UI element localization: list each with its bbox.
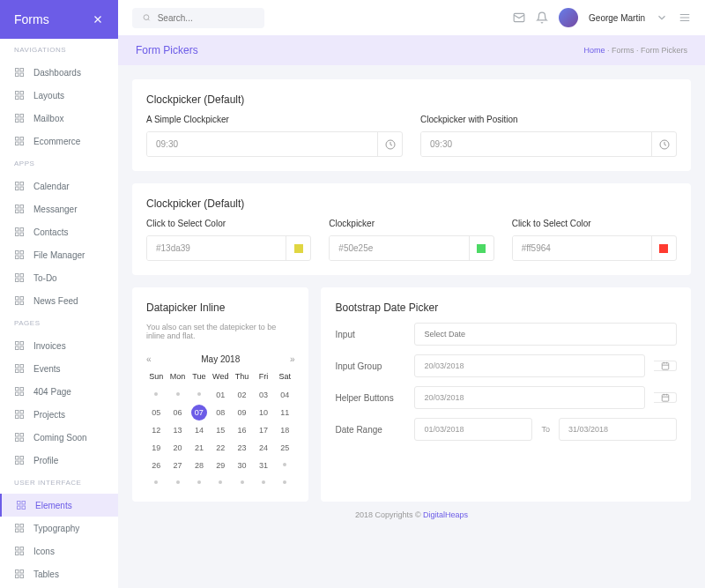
cal-day[interactable]: 25 [275, 440, 294, 456]
cal-day[interactable]: 12 [146, 422, 166, 438]
dp-range-to[interactable] [559, 418, 677, 441]
cal-day[interactable]: 08 [211, 405, 230, 421]
clock-icon[interactable] [651, 132, 676, 156]
cal-day[interactable] [254, 475, 273, 488]
clock-icon[interactable] [377, 132, 402, 156]
dp-input-group[interactable] [414, 354, 645, 377]
breadcrumb-home[interactable]: Home [583, 46, 605, 55]
cal-day[interactable]: 27 [167, 458, 187, 473]
sidebar-item-layouts[interactable]: Layouts [0, 84, 118, 107]
sidebar-item-tables[interactable]: Tables [0, 562, 118, 585]
cal-day[interactable]: 30 [232, 458, 251, 473]
clockpicker-position-input[interactable] [421, 132, 651, 156]
cal-day[interactable]: 24 [254, 440, 273, 456]
cal-day[interactable] [275, 475, 294, 488]
nav-icon [14, 432, 25, 443]
svg-rect-43 [20, 346, 24, 350]
cal-day[interactable]: 20 [167, 440, 187, 456]
cal-day[interactable]: 14 [189, 422, 209, 438]
search-input[interactable] [158, 13, 254, 23]
breadcrumb: Home · Forms · Form Pickers [583, 46, 687, 55]
chevron-down-icon[interactable] [656, 11, 668, 24]
cal-day[interactable] [146, 387, 166, 403]
main: George Martin Form Pickers Home · Forms … [118, 0, 705, 588]
sidebar-item-news-feed[interactable]: News Feed [0, 289, 118, 312]
color-swatch-1[interactable] [286, 236, 310, 260]
color-swatch-2[interactable] [469, 236, 494, 260]
cal-next[interactable]: » [290, 354, 295, 364]
color-input-2[interactable] [330, 236, 468, 260]
cal-day[interactable] [211, 475, 230, 488]
cal-day[interactable]: 09 [232, 405, 251, 421]
sidebar-item-mailbox[interactable]: Mailbox [0, 107, 118, 130]
collapse-icon[interactable] [92, 13, 104, 26]
footer-link[interactable]: DigitalHeaps [423, 510, 468, 519]
sidebar-item-contacts[interactable]: Contacts [0, 220, 118, 243]
cal-day[interactable]: 11 [275, 405, 294, 421]
avatar[interactable] [559, 8, 578, 27]
sidebar-item-dashboards[interactable]: Dashboards [0, 61, 118, 84]
sidebar-item-404-page[interactable]: 404 Page [0, 380, 118, 403]
dp-helper[interactable] [414, 386, 645, 409]
dp-range-from[interactable] [414, 418, 532, 441]
clockpicker-simple-input[interactable] [147, 132, 377, 156]
calendar-icon[interactable] [654, 361, 677, 371]
svg-rect-67 [22, 506, 26, 510]
color-input-1[interactable] [147, 236, 286, 260]
mail-icon[interactable] [513, 11, 525, 24]
cal-day[interactable]: 18 [275, 422, 294, 438]
sidebar-item-icons[interactable]: Icons [0, 540, 118, 562]
cal-day[interactable]: 21 [189, 440, 209, 456]
sidebar-item-messanger[interactable]: Messanger [0, 197, 118, 220]
bell-icon[interactable] [536, 11, 548, 24]
cal-day[interactable]: 23 [232, 440, 251, 456]
cal-day[interactable] [146, 475, 166, 488]
sidebar-item-typography[interactable]: Typography [0, 517, 118, 540]
sidebar-item-to-do[interactable]: To-Do [0, 266, 118, 289]
cal-day[interactable] [167, 475, 187, 488]
cal-day[interactable]: 04 [275, 387, 294, 403]
cal-day[interactable]: 02 [232, 387, 251, 403]
cal-day[interactable]: 01 [211, 387, 230, 403]
cal-day[interactable]: 03 [254, 387, 273, 403]
color-input-3[interactable] [513, 236, 651, 260]
cal-day[interactable]: 16 [232, 422, 251, 438]
sidebar-item-projects[interactable]: Projects [0, 403, 118, 426]
cal-day[interactable]: 06 [167, 405, 187, 421]
svg-rect-52 [16, 411, 19, 414]
menu-icon[interactable] [679, 11, 691, 24]
sidebar-item-profile[interactable]: Profile [0, 449, 118, 472]
cal-day[interactable] [275, 458, 294, 473]
calendar-icon[interactable] [654, 392, 677, 403]
cal-day[interactable] [167, 387, 187, 403]
cal-day[interactable]: 13 [167, 422, 187, 438]
color-swatch-3[interactable] [651, 236, 676, 260]
cal-day[interactable]: 31 [254, 458, 273, 473]
cal-day[interactable] [189, 387, 209, 403]
cal-month[interactable]: May 2018 [201, 354, 240, 364]
cal-day[interactable]: 19 [146, 440, 166, 456]
dp-input[interactable] [414, 323, 677, 346]
sidebar-item-ecommerce[interactable]: Ecommerce [0, 130, 118, 153]
cal-day[interactable]: 26 [146, 458, 166, 473]
cal-day[interactable] [189, 475, 209, 488]
cal-day[interactable]: 17 [254, 422, 273, 438]
cal-day[interactable]: 15 [211, 422, 230, 438]
cal-day[interactable]: 29 [211, 458, 230, 473]
sidebar-item-invoices[interactable]: Invoices [0, 334, 118, 357]
cal-dow: Sun [146, 368, 166, 385]
cal-day[interactable]: 22 [211, 440, 230, 456]
sidebar-item-coming-soon[interactable]: Coming Soon [0, 426, 118, 449]
sidebar-item-calendar[interactable]: Calendar [0, 175, 118, 197]
cal-day[interactable] [232, 475, 251, 488]
cal-prev[interactable]: « [146, 354, 152, 364]
cal-day[interactable]: 10 [254, 405, 273, 421]
sidebar-item-events[interactable]: Events [0, 357, 118, 380]
cal-day[interactable]: 07 [191, 405, 207, 421]
sidebar-item-elements[interactable]: Elements [0, 494, 118, 517]
svg-rect-54 [16, 415, 19, 419]
cal-day[interactable]: 05 [146, 405, 166, 421]
cal-day[interactable]: 28 [189, 458, 209, 473]
sidebar-item-file-manager[interactable]: File Manager [0, 243, 118, 266]
search-box[interactable] [132, 8, 264, 28]
